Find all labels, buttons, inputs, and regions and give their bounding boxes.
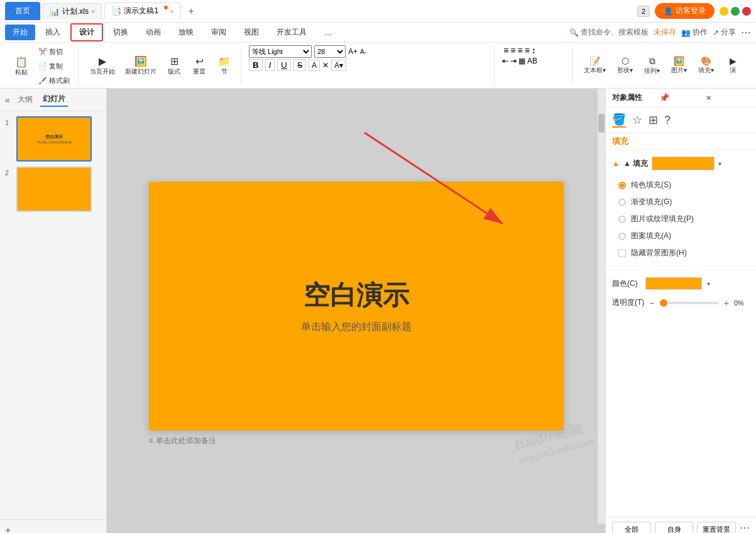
panel-collapse-button[interactable]: « <box>5 95 10 105</box>
justify-icon[interactable]: ≡ <box>525 45 530 55</box>
fill-button[interactable]: 🎨 填充▾ <box>694 53 718 77</box>
transparency-minus-button[interactable]: − <box>649 298 654 308</box>
hide-bg-checkbox[interactable] <box>618 250 626 257</box>
tab-excel[interactable]: 📊 计划.xls × <box>43 3 102 19</box>
bold-button[interactable]: B <box>249 59 263 71</box>
arrange-button[interactable]: ⧉ 排列▾ <box>640 53 664 78</box>
font-color-btn[interactable]: A▾ <box>331 60 346 71</box>
tab-design[interactable]: 设计 <box>70 23 103 41</box>
collaborate-btn[interactable]: 👥 协作 <box>681 27 708 38</box>
format-brush-button[interactable]: 🖌️ 格式刷 <box>35 74 73 87</box>
indent-increase-icon[interactable]: ⇥ <box>510 57 517 65</box>
transparency-thumb[interactable] <box>660 299 667 307</box>
cut-button[interactable]: ✂️ 剪切 <box>35 45 73 58</box>
fill-option-solid[interactable]: 纯色填充(S) <box>612 177 750 194</box>
slide-panel-tab[interactable]: 幻灯片 <box>40 92 68 107</box>
tab-devtools[interactable]: 开发工具 <box>269 25 314 40</box>
font-size-increase[interactable]: A+ <box>348 47 358 56</box>
new-slide-button[interactable]: 🖼️ 新建幻灯片 <box>121 53 160 79</box>
fill-option-hide[interactable]: 隐藏背景图形(H) <box>612 245 750 261</box>
color-swatch[interactable] <box>645 277 702 290</box>
transparency-slider[interactable] <box>660 302 719 304</box>
font-family-select[interactable]: 等线 Light <box>249 45 312 58</box>
slide-item-2[interactable]: 2 <box>5 167 101 212</box>
italic-button[interactable]: I <box>265 59 275 71</box>
fill-option-gradient[interactable]: 渐变填充(G) <box>612 194 750 211</box>
scrollbar-thumb[interactable] <box>598 114 605 133</box>
underline-button[interactable]: U <box>277 59 291 71</box>
slide-thumb-2[interactable] <box>16 167 92 212</box>
transparency-plus-button[interactable]: + <box>724 298 729 308</box>
login-button[interactable]: 👤 访客登录 <box>655 3 715 19</box>
textbox-button[interactable]: 📝 文本框▾ <box>580 53 610 77</box>
font-size-decrease[interactable]: A- <box>360 48 366 55</box>
vertical-scrollbar[interactable] <box>598 89 605 524</box>
layout-button[interactable]: ⊞ 版式 <box>163 53 185 79</box>
star-panel-icon[interactable]: ☆ <box>632 113 642 127</box>
pattern-fill-radio[interactable] <box>618 233 626 240</box>
tab-start[interactable]: 开始 <box>5 25 35 40</box>
current-start-button[interactable]: ▶ 当页开始 <box>86 53 119 79</box>
fill-color-preview[interactable] <box>652 157 715 170</box>
clear-format-btn[interactable]: ✕ <box>322 61 329 70</box>
tab-add-button[interactable]: + <box>181 3 202 19</box>
image-button[interactable]: 🖼️ 图片▾ <box>667 53 691 77</box>
close-button[interactable] <box>742 7 751 16</box>
strikethrough-button[interactable]: S̶ <box>293 59 306 71</box>
text-shadow-btn[interactable]: A <box>309 60 320 71</box>
add-slide-button[interactable]: + <box>5 525 11 533</box>
tab-close-ppt[interactable]: × <box>170 8 173 15</box>
shape-button[interactable]: ⬡ 形状▾ <box>613 53 637 77</box>
slide-subtitle[interactable]: 单击输入您的封面副标题 <box>301 321 412 334</box>
line-spacing-icon[interactable]: ↕ <box>532 45 536 55</box>
tab-close-excel[interactable]: × <box>91 8 95 15</box>
tab-slideshow[interactable]: 放映 <box>171 25 201 40</box>
more-panel-options[interactable]: ⋯ <box>740 522 750 533</box>
minimize-button[interactable] <box>720 7 728 16</box>
apply-self-button[interactable]: 自身 <box>655 522 694 533</box>
slide-main-title[interactable]: 空白演示 <box>304 278 409 313</box>
reset-button[interactable]: ↩ 重置 <box>188 53 211 79</box>
outline-tab[interactable]: 大纲 <box>15 93 35 106</box>
more-options-btn[interactable]: ⋯ <box>741 26 751 38</box>
search-cmd[interactable]: 🔍 查找命令、搜索模板 <box>569 27 649 38</box>
pin-icon[interactable]: 📌 <box>659 93 703 102</box>
notes-text[interactable]: 单击此处添加备注 <box>156 436 216 446</box>
apply-all-button[interactable]: 全部 <box>612 522 651 533</box>
tab-view[interactable]: 视图 <box>236 25 266 40</box>
tab-ppt[interactable]: 📑 演示文稿1 × <box>104 3 180 19</box>
tab-devtools-more[interactable]: … <box>317 26 339 40</box>
align-right-icon[interactable]: ≡ <box>518 45 523 55</box>
column-icon[interactable]: ▦ <box>518 57 525 65</box>
gradient-fill-radio[interactable] <box>618 199 626 206</box>
copy-button[interactable]: 📄 复制 <box>35 60 73 73</box>
section-button[interactable]: 📁 节 <box>213 53 236 79</box>
picture-fill-radio[interactable] <box>618 216 626 223</box>
slide-item-1[interactable]: 1 空白演示 单击输入您的封面副标题 <box>5 116 101 162</box>
slide-canvas[interactable]: 空白演示 单击输入您的封面副标题 <box>149 182 564 431</box>
tab-review[interactable]: 审阅 <box>204 25 234 40</box>
tab-transition[interactable]: 切换 <box>106 25 136 40</box>
maximize-button[interactable] <box>731 7 740 16</box>
fill-option-picture[interactable]: 图片或纹理填充(P) <box>612 211 750 228</box>
presentation-btn[interactable]: ▶ 演 <box>721 53 744 77</box>
share-btn[interactable]: ↗ 分享 <box>713 27 736 38</box>
slide-thumb-1[interactable]: 空白演示 单击输入您的封面副标题 <box>16 116 92 162</box>
close-panel-icon[interactable]: × <box>706 93 750 102</box>
paste-button[interactable]: 📋 粘贴 <box>10 53 33 79</box>
tab-animation[interactable]: 动画 <box>138 25 168 40</box>
reset-bg-button[interactable]: 重置背景 <box>697 522 736 533</box>
indent-decrease-icon[interactable]: ⇤ <box>502 57 508 65</box>
text-direction-icon[interactable]: AB <box>527 57 537 65</box>
align-left-icon[interactable]: ≡ <box>503 45 508 55</box>
tab-home[interactable]: 首页 <box>5 2 40 20</box>
solid-fill-radio[interactable] <box>618 182 626 189</box>
crop-panel-icon[interactable]: ⊞ <box>649 113 658 127</box>
align-center-icon[interactable]: ≡ <box>510 45 515 55</box>
color-dropdown-arrow[interactable]: ▾ <box>707 280 710 287</box>
tab-insert[interactable]: 插入 <box>38 25 68 40</box>
font-size-select[interactable]: 28 <box>314 45 346 58</box>
fill-option-pattern[interactable]: 图案填充(A) <box>612 228 750 245</box>
fill-panel-icon[interactable]: 🪣 <box>612 113 626 128</box>
fill-dropdown-arrow[interactable]: ▾ <box>718 160 721 167</box>
